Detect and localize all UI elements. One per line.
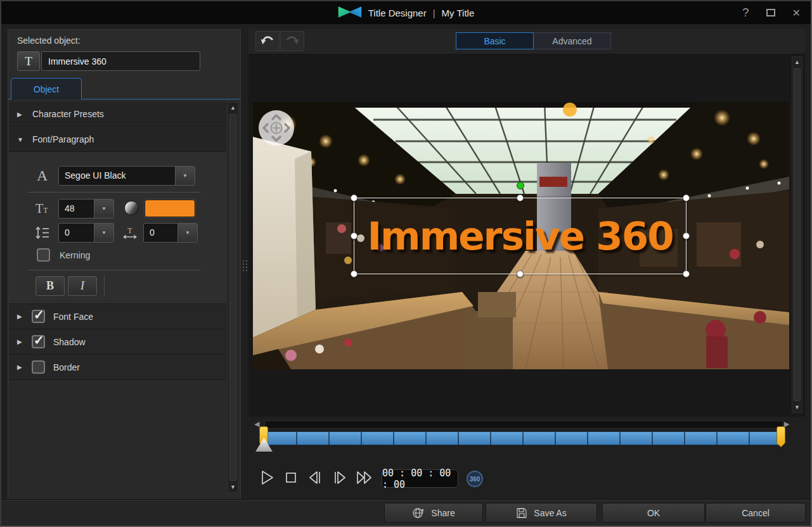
section-label: Font Face [53,312,93,322]
resize-handle-bottom-right[interactable] [683,270,690,277]
next-frame-button[interactable] [331,469,349,486]
section-font-paragraph[interactable]: ▼ Font/Paragraph [9,127,226,152]
resize-handle-top-left[interactable] [351,194,358,201]
timecode-display[interactable]: 00 : 00 : 00 : 00 [382,469,458,488]
panel-splitter-handle[interactable] [242,253,247,277]
left-panel-scrollbar[interactable]: ▲ ▼ [228,102,238,493]
timeline-scroll-left-icon[interactable]: ◀ [254,420,259,428]
character-spacing-value: 0 [144,224,177,242]
save-as-button[interactable]: Save As [486,503,597,523]
shadow-checkbox[interactable]: ✓ [32,335,45,348]
border-checkbox[interactable]: ✓ [32,360,45,374]
play-button[interactable] [258,469,276,486]
previous-frame-button[interactable] [306,469,324,486]
collapsed-arrow-icon: ▶ [17,111,23,118]
scroll-up-icon[interactable]: ▲ [228,103,238,113]
text-object-icon[interactable]: T [17,51,40,71]
object-tab-strip: Object [8,78,240,99]
text-color-swatch[interactable] [145,200,195,217]
redo-button[interactable] [280,31,304,51]
scrollbar-thumb[interactable] [794,68,801,401]
section-label: Font/Paragraph [32,134,94,144]
help-icon[interactable]: ? [742,6,749,20]
title-text[interactable]: Immersive 360 [354,198,686,274]
scroll-down-icon[interactable]: ▼ [792,402,802,412]
divider [104,276,105,296]
title-separator: | [433,8,435,18]
editor-toolbar: Basic Advanced [248,29,805,54]
font-size-select[interactable]: 48 ▼ [58,199,114,219]
selected-object-label: Selected object: [17,35,81,46]
properties-body: ▶ Character Presets ▼ Font/Paragraph A S… [9,100,240,500]
ok-button[interactable]: OK [602,503,705,523]
scrollbar-thumb[interactable] [229,114,236,481]
collapsed-arrow-icon: ▶ [17,313,23,320]
resize-handle-bottom-left[interactable] [351,270,358,277]
bold-button[interactable]: B [35,276,65,296]
section-border[interactable]: ▶ ✓ Border [9,355,226,380]
collapsed-arrow-icon: ▶ [17,338,23,345]
divider [28,270,201,270]
rotation-handle[interactable] [517,182,524,189]
app-logo-icon [338,5,362,21]
font-face-checkbox[interactable]: ✓ [32,310,45,323]
svg-text:T: T [127,227,132,235]
resize-handle-middle-right[interactable] [683,232,690,239]
chevron-down-icon[interactable]: ▼ [177,224,197,242]
close-icon[interactable]: ✕ [792,7,801,19]
fast-forward-button[interactable] [355,469,373,486]
tab-basic[interactable]: Basic [456,32,534,49]
resize-handle-top-right[interactable] [683,194,690,201]
chevron-down-icon[interactable]: ▼ [94,200,113,218]
share-button[interactable]: Share [384,503,483,523]
section-label: Shadow [53,337,86,347]
section-shadow[interactable]: ▶ ✓ Shadow [9,329,226,355]
app-title: Title Designer [368,8,427,18]
chevron-down-icon[interactable]: ▼ [175,167,195,185]
floppy-save-icon [516,507,527,519]
scroll-up-icon[interactable]: ▲ [792,57,802,67]
scroll-down-icon[interactable]: ▼ [228,482,238,492]
title-timeline: ◀ ▶ [248,417,805,454]
dialog-footer: Share Save As OK Cancel [1,499,811,526]
font-size-icon: TT [35,201,48,216]
title-selection-box[interactable]: Immersive 360 [354,198,686,274]
chevron-down-icon[interactable]: ▼ [94,224,113,242]
resize-handle-top-center[interactable] [517,194,524,201]
tab-object[interactable]: Object [11,78,82,99]
object-name-input[interactable] [41,51,200,71]
divider [28,192,201,193]
undo-button[interactable] [255,31,280,51]
resize-handle-bottom-center[interactable] [517,270,524,277]
stop-button[interactable] [282,469,300,486]
section-font-face[interactable]: ▶ ✓ Font Face [9,304,226,329]
resize-handle-middle-left[interactable] [351,232,358,239]
globe-share-icon [412,507,425,519]
timeline-duration-bar[interactable] [264,431,783,445]
section-label: Border [53,362,80,372]
kerning-checkbox[interactable]: ✓ [37,248,50,262]
timeline-track[interactable] [264,421,783,429]
text-color-icon [124,201,139,215]
360-mode-icon[interactable]: 360 [467,471,483,487]
tab-advanced[interactable]: Advanced [534,32,611,49]
section-character-presets[interactable]: ▶ Character Presets [9,102,226,127]
kerning-label: Kerning [60,250,90,260]
character-spacing-select[interactable]: 0 ▼ [143,223,198,243]
expanded-arrow-icon: ▼ [17,136,23,143]
preview-scrollbar[interactable]: ▲ ▼ [792,56,802,413]
title-designer-window: Title Designer | My Title ? ✕ Selected o… [0,0,812,527]
font-family-select[interactable]: Segoe UI Black ▼ [58,166,195,186]
preview-canvas-360[interactable]: Immersive 360 [253,102,789,369]
save-as-label: Save As [534,508,566,518]
italic-button[interactable]: I [68,276,97,296]
share-label: Share [431,508,454,518]
object-properties-panel: Selected object: T Object ▶ Character Pr… [8,29,241,501]
line-spacing-select[interactable]: 0 ▼ [58,223,114,243]
cancel-button[interactable]: Cancel [706,503,806,523]
pan-360-control[interactable] [258,110,295,146]
titlebar: Title Designer | My Title ? ✕ [1,1,811,24]
maximize-icon[interactable] [766,9,775,16]
font-size-value: 48 [59,200,94,218]
preview-area: Immersive 360 ▲ ▼ [248,54,805,417]
